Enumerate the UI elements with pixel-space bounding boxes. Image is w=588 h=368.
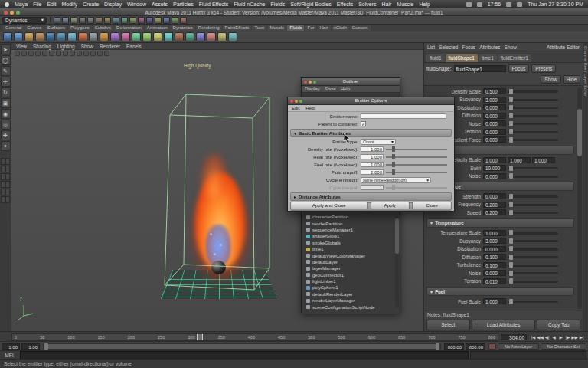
universal-manipulator-icon[interactable]: ◉ — [1, 109, 11, 119]
menubar-item[interactable]: Fluid Effects — [199, 2, 228, 7]
copy-tab-button[interactable]: Copy Tab — [537, 320, 580, 330]
outliner-node-row[interactable]: renderPartition — [302, 220, 400, 226]
play-forwards-button[interactable]: ▶ — [557, 335, 564, 340]
viewport-menu-item[interactable]: Show — [81, 44, 93, 49]
attribute-editor-menu-item[interactable]: Focus — [462, 44, 475, 50]
shelf-tab[interactable]: Fluids — [287, 25, 304, 31]
shelf-tab[interactable]: Animation — [145, 25, 170, 31]
emitter-options-dialog[interactable]: Emitter Options EditHelp Emitter name: P… — [287, 97, 455, 212]
select-button[interactable]: Select — [426, 320, 470, 330]
menubar-item[interactable]: Soft/Rigid Bodies — [290, 2, 332, 7]
attr-slider[interactable] — [508, 298, 558, 304]
zoom-window-icon[interactable] — [313, 80, 316, 84]
menubar-clock[interactable]: Thu Jan 27 8:30:10 PM — [528, 2, 583, 7]
attr-value-field[interactable]: 0.000 — [483, 104, 506, 110]
emitter-name-input[interactable] — [361, 113, 446, 119]
select-by-hierarchy-icon[interactable] — [96, 17, 103, 24]
attr-slider[interactable] — [508, 254, 558, 260]
layout-hypershade-button[interactable] — [1, 189, 10, 196]
rate-slider[interactable] — [386, 169, 447, 175]
character-set-button[interactable]: No Character Set — [541, 343, 586, 350]
attr-value-field[interactable]: 0.000 — [483, 113, 506, 119]
shelf-tab[interactable]: PaintEffects — [223, 25, 252, 31]
resolution-gate-icon[interactable] — [90, 51, 96, 56]
shelf-tab[interactable]: Rendering — [196, 25, 222, 31]
close-window-icon[interactable] — [304, 80, 307, 84]
rate-value-field[interactable]: 1.000 — [361, 146, 384, 152]
shadows-icon[interactable] — [83, 51, 89, 56]
viewport-menu-item[interactable]: Renderer — [100, 44, 120, 49]
playback-start-field[interactable]: 1.00 — [21, 343, 40, 350]
gravity-field-icon[interactable] — [132, 32, 141, 41]
make-live-icon[interactable] — [146, 17, 153, 24]
rate-value-field[interactable]: 2.000 — [361, 169, 384, 175]
layout-persp-graph-button[interactable] — [1, 181, 10, 188]
layout-single-pane-button[interactable] — [1, 158, 10, 165]
snap-to-grid-icon[interactable] — [121, 17, 128, 24]
smoke-icon[interactable] — [89, 32, 98, 41]
range-start-handle[interactable] — [44, 343, 48, 350]
close-window-icon[interactable] — [4, 11, 8, 15]
menubar-item[interactable]: File — [33, 2, 41, 7]
attr-value-field[interactable]: 0.100 — [483, 254, 506, 260]
render-current-frame-icon[interactable] — [163, 17, 170, 24]
outliner-node-row[interactable]: layerManager — [302, 265, 400, 271]
shelf-tab[interactable]: Curves — [24, 25, 44, 31]
zoom-window-icon[interactable] — [16, 11, 20, 15]
select-camera-icon[interactable] — [15, 51, 20, 56]
select-tool-icon[interactable]: ➤ — [1, 44, 11, 54]
apply-and-close-button[interactable]: Apply and Close — [290, 202, 368, 209]
particle-collision-event-icon[interactable] — [217, 32, 227, 41]
shelf-tab[interactable]: Custom — [350, 25, 371, 31]
shelf-tab[interactable]: Surfaces — [44, 25, 67, 31]
load-attributes-button[interactable]: Load Attributes — [472, 320, 536, 330]
node-tab[interactable]: fluid1 — [426, 54, 445, 62]
attribute-editor-scrollbar[interactable] — [577, 87, 582, 309]
playback-end-field[interactable]: 800.00 — [444, 343, 464, 350]
rigid-body-icon[interactable] — [175, 32, 184, 41]
viewport-menu-item[interactable]: Panels — [126, 44, 142, 49]
menu-set-dropdown[interactable]: Dynamics ▾ — [2, 17, 47, 24]
outliner-node-row[interactable]: shaderGlow1 — [302, 233, 400, 239]
attr-slider[interactable] — [508, 278, 558, 284]
attr-value-field[interactable]: 0.000 — [483, 193, 506, 199]
focus-button[interactable]: Focus — [508, 64, 530, 73]
attr-value-field[interactable]: 1.000 — [483, 230, 506, 236]
use-default-material-icon[interactable] — [70, 51, 75, 56]
air-field-icon[interactable] — [153, 32, 162, 41]
layout-persp-outliner-button[interactable] — [1, 173, 10, 180]
last-tool-icon[interactable]: ✦ — [1, 141, 11, 151]
outliner-node-row[interactable]: sequenceManager1 — [302, 227, 400, 233]
menubar-item[interactable]: Maya — [15, 2, 28, 7]
attr-value-field[interactable]: 1.000 — [532, 157, 555, 163]
minimize-window-icon[interactable] — [10, 11, 14, 15]
menubar-item[interactable]: Assets — [152, 2, 168, 7]
outliner-menu-item[interactable]: Help — [341, 87, 350, 91]
zoom-window-icon[interactable] — [299, 100, 302, 103]
range-slider[interactable] — [43, 343, 441, 350]
attr-value-field[interactable]: 0.000 — [483, 120, 506, 127]
rate-slider[interactable] — [386, 146, 447, 152]
attr-slider[interactable] — [508, 230, 558, 236]
step-back-frame-button[interactable]: ◀◀ — [537, 335, 544, 340]
fire-icon[interactable] — [78, 32, 87, 41]
attr-slider[interactable] — [508, 104, 558, 110]
mel-label[interactable]: MEL — [0, 353, 20, 358]
select-by-component-icon[interactable] — [113, 17, 119, 24]
notes-section[interactable]: Notes: fluidShape1 — [424, 310, 583, 319]
menubar-time[interactable]: 17:56 — [488, 2, 501, 7]
paint-select-tool-icon[interactable]: ✎ — [1, 66, 11, 76]
rotate-tool-icon[interactable]: ↻ — [1, 87, 11, 97]
go-to-end-button[interactable]: ▶| — [578, 335, 585, 340]
render-settings-icon[interactable] — [180, 17, 187, 24]
lighting-icon[interactable] — [77, 51, 82, 56]
emitter-tool-icon[interactable] — [121, 32, 130, 41]
attr-slider[interactable] — [508, 136, 558, 143]
menubar-item[interactable]: Hair — [381, 2, 391, 7]
play-backwards-button[interactable]: ◀ — [550, 335, 557, 340]
lock-camera-icon[interactable] — [21, 51, 27, 56]
attr-value-field[interactable]: 0.200 — [483, 209, 506, 215]
window-titlebar[interactable]: Autodesk Maya 2011 Hotfix 3 x64 - Studen… — [0, 8, 588, 16]
open-scene-icon[interactable] — [62, 17, 69, 24]
attr-slider[interactable] — [508, 129, 558, 135]
